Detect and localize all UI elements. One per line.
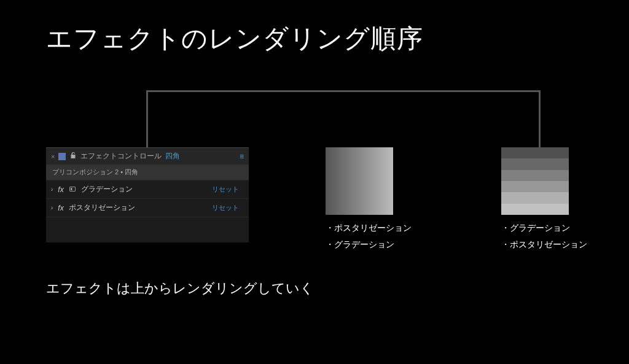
- effect-row[interactable]: › fx グラデーション リセット: [46, 180, 249, 198]
- panel-tab-label: エフェクトコントロール: [80, 151, 162, 161]
- page-title: エフェクトのレンダリング順序: [46, 21, 423, 56]
- preview-posterize-result: [501, 147, 569, 215]
- preview-caption-right: ・グラデーション ・ポスタリゼーション: [501, 220, 587, 252]
- unlock-icon[interactable]: [69, 152, 77, 161]
- connector-line: [539, 90, 541, 147]
- effect-name: ポスタリゼーション: [69, 203, 207, 213]
- about-icon[interactable]: [69, 185, 76, 194]
- footer-note: エフェクトは上からレンダリングしていく: [46, 279, 314, 298]
- svg-rect-0: [69, 187, 75, 191]
- panel-empty-area: [46, 217, 249, 242]
- connector-line: [146, 90, 148, 147]
- panel-tab[interactable]: × エフェクトコントロール 四角 ≡: [46, 147, 249, 165]
- effect-row[interactable]: › fx ポスタリゼーション リセット: [46, 198, 249, 217]
- svg-rect-1: [71, 188, 72, 190]
- caption-line: ・ポスタリゼーション: [326, 220, 412, 236]
- fx-icon[interactable]: fx: [58, 204, 63, 212]
- twirl-icon[interactable]: ›: [51, 204, 53, 211]
- fx-icon[interactable]: fx: [58, 185, 63, 194]
- effect-name: グラデーション: [81, 184, 207, 195]
- panel-comp-path: プリコンポジション 2 • 四角: [46, 165, 249, 180]
- preview-caption-left: ・ポスタリゼーション ・グラデーション: [326, 220, 412, 252]
- caption-line: ・グラデーション: [326, 236, 412, 253]
- caption-line: ・ポスタリゼーション: [501, 236, 587, 253]
- reset-link[interactable]: リセット: [212, 203, 239, 212]
- close-icon[interactable]: ×: [51, 153, 55, 160]
- panel-menu-icon[interactable]: ≡: [240, 152, 244, 161]
- preview-gradient-result: [326, 147, 393, 215]
- connector-line: [146, 90, 541, 92]
- panel-layer-name[interactable]: 四角: [165, 151, 180, 161]
- twirl-icon[interactable]: ›: [51, 186, 53, 193]
- reset-link[interactable]: リセット: [212, 185, 239, 194]
- layer-color-swatch: [58, 153, 66, 160]
- effect-controls-panel: × エフェクトコントロール 四角 ≡ プリコンポジション 2 • 四角 › fx…: [46, 147, 249, 242]
- caption-line: ・グラデーション: [501, 220, 587, 236]
